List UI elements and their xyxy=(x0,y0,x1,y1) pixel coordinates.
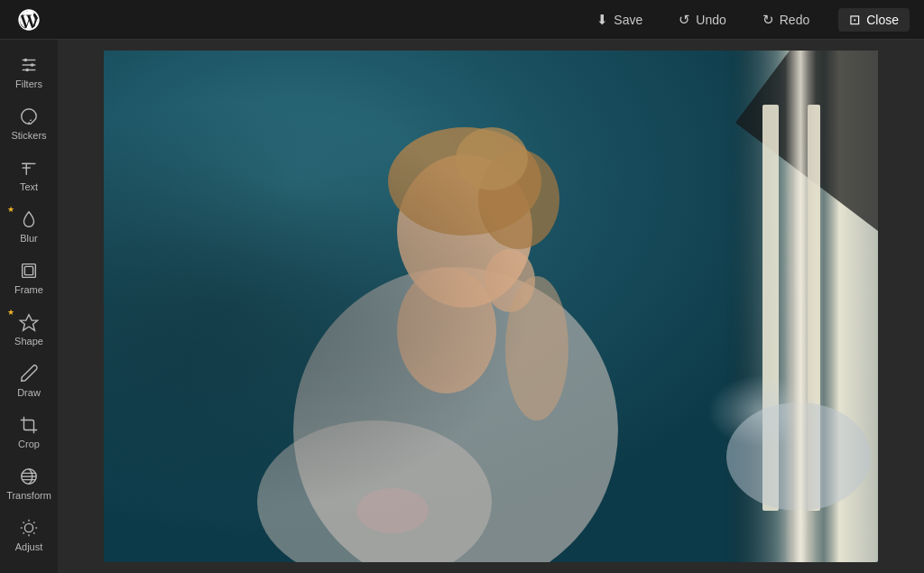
svg-line-17 xyxy=(33,532,34,533)
wordpress-logo xyxy=(14,5,43,34)
sidebar-item-filters[interactable]: Filters xyxy=(2,47,56,97)
stickers-label: Stickers xyxy=(11,130,46,141)
adjust-icon xyxy=(19,517,39,539)
draw-icon xyxy=(19,363,39,384)
svg-marker-23 xyxy=(735,51,878,231)
topbar-left xyxy=(14,5,43,34)
stickers-icon xyxy=(19,106,39,127)
svg-point-36 xyxy=(726,402,871,511)
redo-label: Redo xyxy=(780,13,809,27)
undo-button[interactable]: ↺ Undo xyxy=(671,9,733,31)
sidebar-item-shape[interactable]: ★ Shape xyxy=(2,304,56,354)
shape-icon xyxy=(19,311,39,333)
redo-icon: ↻ xyxy=(762,13,774,26)
topbar-actions: ⬇ Save ↺ Undo ↻ Redo ⊡ Close xyxy=(589,8,910,32)
sidebar-item-adjust[interactable]: Adjust xyxy=(2,510,56,559)
svg-line-18 xyxy=(23,532,24,533)
sidebar-item-transform[interactable]: Transform xyxy=(2,458,56,508)
svg-rect-37 xyxy=(104,51,878,562)
canvas-area xyxy=(58,40,924,573)
close-icon: ⊡ xyxy=(849,13,861,26)
svg-point-26 xyxy=(356,488,429,533)
svg-rect-9 xyxy=(24,266,32,274)
frame-label: Frame xyxy=(14,284,43,295)
svg-point-5 xyxy=(25,69,29,72)
save-label: Save xyxy=(614,13,642,27)
text-icon xyxy=(19,157,39,179)
svg-point-28 xyxy=(397,154,532,308)
topbar: ⬇ Save ↺ Undo ↻ Redo ⊡ Close xyxy=(0,0,924,40)
svg-point-32 xyxy=(485,249,535,312)
photo-image xyxy=(104,51,878,562)
filters-icon xyxy=(19,54,39,76)
blur-label: Blur xyxy=(20,233,38,244)
sidebar-item-draw[interactable]: Draw xyxy=(2,356,56,405)
svg-point-27 xyxy=(397,267,496,393)
svg-point-4 xyxy=(31,63,34,67)
save-icon: ⬇ xyxy=(596,13,608,26)
svg-line-19 xyxy=(33,522,34,523)
transform-icon xyxy=(19,466,39,487)
svg-point-3 xyxy=(24,59,28,62)
frame-icon xyxy=(19,260,39,282)
sidebar-item-stickers[interactable]: Stickers xyxy=(2,98,56,148)
blur-star-badge: ★ xyxy=(7,205,14,214)
svg-point-30 xyxy=(478,150,559,249)
sidebar: Filters Stickers Text ★ Blur xyxy=(0,40,58,573)
svg-rect-35 xyxy=(808,105,820,511)
svg-line-16 xyxy=(23,522,24,523)
crop-icon xyxy=(19,414,39,436)
close-label: Close xyxy=(866,13,899,27)
text-label: Text xyxy=(20,181,38,192)
sidebar-item-text[interactable]: Text xyxy=(2,150,56,199)
blur-icon xyxy=(19,208,39,230)
close-button[interactable]: ⊡ Close xyxy=(838,8,910,32)
svg-rect-22 xyxy=(104,51,878,562)
svg-point-33 xyxy=(505,276,568,421)
sidebar-item-blur[interactable]: ★ Blur xyxy=(2,201,56,251)
adjust-label: Adjust xyxy=(15,541,43,552)
draw-label: Draw xyxy=(17,387,41,398)
svg-rect-20 xyxy=(104,51,878,562)
sidebar-item-frame[interactable]: Frame xyxy=(2,253,56,302)
svg-rect-34 xyxy=(762,105,779,511)
shape-label: Shape xyxy=(14,336,43,347)
svg-point-29 xyxy=(388,127,541,236)
svg-point-25 xyxy=(257,421,492,562)
filters-label: Filters xyxy=(15,79,42,89)
svg-point-31 xyxy=(456,127,528,190)
photo-container xyxy=(104,51,878,562)
shape-star-badge: ★ xyxy=(7,308,14,317)
main-area: Filters Stickers Text ★ Blur xyxy=(0,40,924,573)
svg-rect-21 xyxy=(104,51,878,562)
save-button[interactable]: ⬇ Save xyxy=(589,9,650,31)
svg-point-11 xyxy=(24,523,32,531)
undo-label: Undo xyxy=(696,13,725,27)
undo-icon: ↺ xyxy=(679,13,690,26)
transform-label: Transform xyxy=(6,490,51,501)
svg-point-24 xyxy=(293,267,618,562)
sidebar-item-crop[interactable]: Crop xyxy=(2,407,56,457)
redo-button[interactable]: ↻ Redo xyxy=(755,9,817,31)
crop-label: Crop xyxy=(18,439,40,449)
